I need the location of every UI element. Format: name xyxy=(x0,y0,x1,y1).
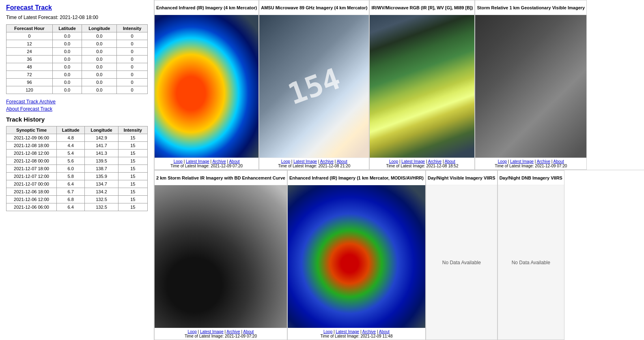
imagery-link-archive[interactable]: Archive xyxy=(362,329,376,334)
imagery-link-archive[interactable]: Archive xyxy=(226,329,240,334)
imagery-time: Time of Latest Image: 2021-12-09 07:20 xyxy=(477,164,585,168)
imagery-title: 2 km Storm Relative IR Imagery with BD E… xyxy=(155,171,287,185)
imagery-time: Time of Latest Image: 2021-12-08 21:20 xyxy=(261,164,367,168)
imagery-image xyxy=(475,15,586,158)
left-panel: Forecast Track Time of Latest Forecast: … xyxy=(0,0,154,340)
imagery-cell: AMSU Microwave 89 GHz Imagery (4 km Merc… xyxy=(259,0,369,170)
imagery-footer: Loop | Latest Image | Archive | AboutTim… xyxy=(288,328,425,340)
imagery-link-latest-image[interactable]: Latest Image xyxy=(293,159,317,164)
forecast-track-archive-link[interactable]: Forecast Track Archive xyxy=(6,99,148,105)
imagery-link-archive[interactable]: Archive xyxy=(537,159,550,164)
imagery-cell: Day/Night Visible Imagery VIIRSNo Data A… xyxy=(426,170,498,340)
imagery-link-archive[interactable]: Archive xyxy=(212,159,226,164)
imagery-cell: 2 km Storm Relative IR Imagery with BD E… xyxy=(154,170,287,340)
table-row: 2021-12-08 00:005.6139.515 xyxy=(6,157,148,165)
imagery-row-2: 2 km Storm Relative IR Imagery with BD E… xyxy=(154,170,644,340)
imagery-link-latest-image[interactable]: Latest Image xyxy=(186,159,209,164)
table-row: 2021-12-06 06:006.4132.515 xyxy=(6,203,148,211)
right-panel: Enhanced Infrared (IR) Imagery (4 km Mer… xyxy=(154,0,644,340)
imagery-link-latest-image[interactable]: Latest Image xyxy=(510,159,534,164)
table-row: 480.00.00 xyxy=(6,63,148,71)
imagery-cell: Day/Night DNB Imagery VIIRSNo Data Avail… xyxy=(498,170,564,340)
imagery-cell: Enhanced Infrared (IR) Imagery (1 km Mer… xyxy=(287,170,426,340)
imagery-link-loop[interactable]: Loop xyxy=(174,159,183,164)
imagery-footer: Loop | Latest Image | Archive | AboutTim… xyxy=(155,158,258,169)
imagery-footer: Loop | Latest Image | Archive | AboutTim… xyxy=(155,328,287,340)
track-history-title: Track History xyxy=(6,116,148,123)
imagery-link-latest-image[interactable]: Latest Image xyxy=(336,329,359,334)
imagery-row-1: Enhanced Infrared (IR) Imagery (4 km Mer… xyxy=(154,0,644,170)
table-row: 2021-12-08 12:005.4141.315 xyxy=(6,150,148,157)
imagery-link-about[interactable]: About xyxy=(337,159,347,164)
imagery-title: Day/Night Visible Imagery VIIRS xyxy=(426,171,497,185)
imagery-link-loop[interactable]: Loop xyxy=(498,159,507,164)
table-row: 2021-12-07 18:006.0138.715 xyxy=(6,165,148,173)
forecast-col-lat: Latitude xyxy=(52,25,82,32)
forecast-col-intensity: Intensity xyxy=(117,25,148,32)
table-row: 960.00.00 xyxy=(6,79,148,86)
imagery-title: AMSU Microwave 89 GHz Imagery (4 km Merc… xyxy=(259,0,369,15)
imagery-link-latest-image[interactable]: Latest Image xyxy=(401,159,425,164)
about-forecast-track-link[interactable]: About Forecast Track xyxy=(6,106,148,112)
table-row: 2021-12-07 00:006.4134.715 xyxy=(6,180,148,188)
latest-forecast-time: Time of Latest Forecast: 2021-12-08 18:0… xyxy=(6,15,148,20)
imagery-time: Time of Latest Image: 2021-12-09 07:20 xyxy=(156,334,285,338)
imagery-image: 154 xyxy=(259,15,369,158)
imagery-footer: Loop | Latest Image | Archive | AboutTim… xyxy=(370,158,474,169)
table-row: 00.00.00 xyxy=(6,32,148,40)
imagery-footer: Loop | Latest Image | Archive | AboutTim… xyxy=(259,158,369,169)
imagery-link-about[interactable]: About xyxy=(445,159,455,164)
history-col-intensity: Intensity xyxy=(118,126,147,134)
imagery-link-archive[interactable]: Archive xyxy=(320,159,334,164)
table-row: 120.00.00 xyxy=(6,40,148,48)
forecast-track-title[interactable]: Forecast Track xyxy=(6,4,148,11)
imagery-title: Day/Night DNB Imagery VIIRS xyxy=(498,171,564,185)
main-container: Forecast Track Time of Latest Forecast: … xyxy=(0,0,644,340)
table-row: 2021-12-09 06:004.8142.915 xyxy=(6,134,148,142)
forecast-col-hour: Forecast Hour xyxy=(6,25,53,32)
table-row: 720.00.00 xyxy=(6,71,148,79)
imagery-link-archive[interactable]: Archive xyxy=(428,159,442,164)
imagery-link-latest-image[interactable]: Latest Image xyxy=(200,329,224,334)
imagery-image: No Data Available xyxy=(498,185,564,340)
history-col-time: Synoptic Time xyxy=(6,126,57,134)
table-row: 2021-12-06 12:006.8132.515 xyxy=(6,196,148,203)
imagery-image xyxy=(288,185,425,328)
imagery-title: Enhanced Infrared (IR) Imagery (4 km Mer… xyxy=(155,0,258,15)
forecast-table: Forecast Hour Latitude Longitude Intensi… xyxy=(6,24,148,94)
imagery-link-loop[interactable]: Loop xyxy=(389,159,398,164)
imagery-link-loop[interactable]: Loop xyxy=(187,329,196,334)
table-row: 2021-12-08 18:004.4141.715 xyxy=(6,142,148,150)
imagery-link-about[interactable]: About xyxy=(243,329,254,334)
table-row: 2021-12-06 18:006.7134.215 xyxy=(6,188,148,196)
imagery-footer: Loop | Latest Image | Archive | AboutTim… xyxy=(475,158,586,169)
imagery-image xyxy=(155,15,258,158)
imagery-link-about[interactable]: About xyxy=(554,159,564,164)
imagery-time: Time of Latest Image: 2021-12-09 11:48 xyxy=(289,334,424,338)
table-row: 240.00.00 xyxy=(6,48,148,56)
imagery-image xyxy=(155,185,287,328)
imagery-link-about[interactable]: About xyxy=(379,329,390,334)
watermark-text: 154 xyxy=(284,61,345,111)
imagery-link-loop[interactable]: Loop xyxy=(323,329,332,334)
imagery-title: Enhanced Infrared (IR) Imagery (1 km Mer… xyxy=(288,171,425,185)
table-row: 1200.00.00 xyxy=(6,86,148,94)
history-col-lon: Longitude xyxy=(85,126,118,134)
imagery-link-loop[interactable]: Loop xyxy=(281,159,290,164)
imagery-image xyxy=(370,15,474,158)
imagery-cell: Enhanced Infrared (IR) Imagery (4 km Mer… xyxy=(154,0,259,170)
imagery-cell: IR/WV/Microwave RGB (IR [R], WV [G], MI8… xyxy=(369,0,475,170)
history-col-lat: Latitude xyxy=(57,126,85,134)
imagery-cell: Storm Relative 1 km Geostationary Visibl… xyxy=(475,0,587,170)
imagery-title: IR/WV/Microwave RGB (IR [R], WV [G], MI8… xyxy=(370,0,474,15)
table-row: 360.00.00 xyxy=(6,56,148,63)
forecast-col-lon: Longitude xyxy=(82,25,117,32)
imagery-link-about[interactable]: About xyxy=(229,159,239,164)
table-row: 2021-12-07 12:005.8135.915 xyxy=(6,173,148,180)
imagery-title: Storm Relative 1 km Geostationary Visibl… xyxy=(475,0,586,15)
history-table: Synoptic Time Latitude Longitude Intensi… xyxy=(6,126,148,211)
imagery-time: Time of Latest Image: 2021-12-08 18:52 xyxy=(371,164,473,168)
imagery-time: Time of Latest Image: 2021-12-09 07:20 xyxy=(156,164,257,168)
imagery-image: No Data Available xyxy=(426,185,497,340)
